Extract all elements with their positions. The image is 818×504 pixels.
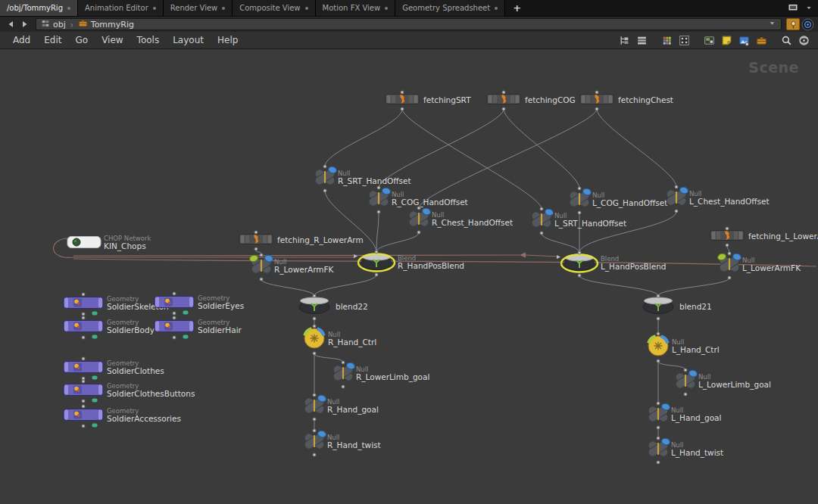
output-connector-dot[interactable] xyxy=(260,278,264,282)
output-connector-dot[interactable] xyxy=(323,189,327,193)
display-flag[interactable] xyxy=(92,312,98,316)
input-connector-dot[interactable] xyxy=(578,187,582,191)
input-connector-dot[interactable] xyxy=(260,254,264,257)
tab-close-icon[interactable] xyxy=(385,7,388,10)
search-icon[interactable] xyxy=(780,34,793,47)
output-connector-dot[interactable] xyxy=(657,317,660,321)
display-flag[interactable] xyxy=(183,311,189,315)
display-flag[interactable] xyxy=(92,399,98,403)
input-connector-dot[interactable] xyxy=(657,437,660,440)
overview-eye-icon[interactable] xyxy=(798,34,810,47)
input-connector-dot[interactable] xyxy=(375,250,379,254)
pin-panel-button[interactable] xyxy=(786,18,800,30)
display-flag[interactable] xyxy=(183,335,189,339)
output-connector-dot[interactable] xyxy=(657,426,660,430)
output-connector-dot[interactable] xyxy=(657,359,660,363)
output-connector-dot[interactable] xyxy=(401,107,404,111)
output-connector-dot[interactable] xyxy=(578,211,582,215)
output-connector-dot[interactable] xyxy=(173,312,176,316)
display-flag[interactable] xyxy=(92,424,98,428)
input-connector-dot[interactable] xyxy=(313,429,317,433)
output-connector-dot[interactable] xyxy=(82,336,86,340)
sticky-note-icon[interactable] xyxy=(720,34,733,47)
background-image-icon[interactable] xyxy=(738,34,751,47)
network-path-field[interactable]: obj › TommyRig xyxy=(36,18,782,30)
radial-menu-button[interactable] xyxy=(801,18,814,31)
input-connector-dot[interactable] xyxy=(401,91,404,95)
output-connector-dot[interactable] xyxy=(375,273,379,277)
snapshot-icon[interactable] xyxy=(703,34,716,47)
forward-button[interactable] xyxy=(18,19,31,30)
output-connector-dot[interactable] xyxy=(313,352,317,356)
input-connector-dot[interactable] xyxy=(728,252,732,256)
output-connector-dot[interactable] xyxy=(728,276,732,280)
tab-composite-view[interactable]: Composite View xyxy=(233,0,315,16)
tab-close-icon[interactable] xyxy=(495,7,498,10)
menu-go[interactable]: Go xyxy=(68,35,95,45)
input-connector-dot[interactable] xyxy=(684,369,688,372)
input-connector-dot[interactable] xyxy=(323,165,327,169)
output-connector-dot[interactable] xyxy=(657,461,660,465)
output-connector-dot[interactable] xyxy=(313,418,317,422)
input-connector-dot[interactable] xyxy=(502,91,506,95)
display-flag[interactable] xyxy=(92,376,98,380)
input-connector-dot[interactable] xyxy=(313,325,317,328)
input-connector-dot[interactable] xyxy=(726,227,729,231)
tab-render-view[interactable]: Render View xyxy=(164,0,233,16)
tab-motion-fx-view[interactable]: Motion FX View xyxy=(316,0,396,16)
input-connector-dot[interactable] xyxy=(595,91,599,95)
input-connector-dot[interactable] xyxy=(657,402,660,406)
input-connector-dot[interactable] xyxy=(82,293,86,297)
output-connector-dot[interactable] xyxy=(675,210,679,213)
back-button[interactable] xyxy=(4,19,17,30)
thumbnail-grid-icon[interactable] xyxy=(678,34,691,47)
output-connector-dot[interactable] xyxy=(82,425,86,428)
tab-close-icon[interactable] xyxy=(153,7,156,10)
input-connector-dot[interactable] xyxy=(675,185,679,189)
menu-tools[interactable]: Tools xyxy=(130,35,167,45)
tab-obj-tommyrig[interactable]: /obj/TommyRig xyxy=(0,0,78,16)
input-connector-dot[interactable] xyxy=(657,294,660,298)
menu-layout[interactable]: Layout xyxy=(166,35,211,45)
network-box-icon[interactable] xyxy=(755,34,768,47)
input-connector-dot[interactable] xyxy=(578,251,582,255)
menu-view[interactable]: View xyxy=(95,35,130,45)
path-dropdown-icon[interactable] xyxy=(768,19,776,30)
output-connector-dot[interactable] xyxy=(502,107,506,111)
output-connector-dot[interactable] xyxy=(578,274,582,278)
breadcrumb-current[interactable]: TommyRig xyxy=(78,18,134,30)
menu-edit[interactable]: Edit xyxy=(37,35,68,45)
output-connector-dot[interactable] xyxy=(82,400,86,403)
color-palette-grid-icon[interactable] xyxy=(660,34,673,47)
output-connector-dot[interactable] xyxy=(417,231,421,235)
output-connector-dot[interactable] xyxy=(254,247,258,251)
output-connector-dot[interactable] xyxy=(377,210,381,214)
output-connector-dot[interactable] xyxy=(342,385,345,389)
input-connector-dot[interactable] xyxy=(82,357,86,361)
tab-close-icon[interactable] xyxy=(67,7,70,10)
pane-layout-icon[interactable] xyxy=(788,2,798,14)
input-connector-dot[interactable] xyxy=(417,207,421,210)
output-connector-dot[interactable] xyxy=(313,453,317,457)
output-connector-dot[interactable] xyxy=(173,336,176,340)
input-connector-dot[interactable] xyxy=(313,394,317,397)
output-connector-dot[interactable] xyxy=(540,232,544,235)
input-connector-dot[interactable] xyxy=(377,186,381,190)
output-connector-dot[interactable] xyxy=(726,244,729,247)
breadcrumb-root[interactable]: obj xyxy=(41,19,66,30)
input-connector-dot[interactable] xyxy=(540,207,544,211)
tab-close-icon[interactable] xyxy=(222,7,225,10)
input-connector-dot[interactable] xyxy=(173,292,176,296)
network-editor-canvas[interactable]: fetchingSRT fetchingCOG fetchingChest Nu… xyxy=(0,49,818,504)
tab-geometry-spreadsheet[interactable]: Geometry Spreadsheet xyxy=(395,0,505,16)
tab-close-icon[interactable] xyxy=(305,7,308,10)
input-connector-dot[interactable] xyxy=(313,294,317,298)
input-connector-dot[interactable] xyxy=(173,316,176,320)
output-connector-dot[interactable] xyxy=(313,317,317,321)
menu-help[interactable]: Help xyxy=(211,35,245,45)
menu-add[interactable]: Add xyxy=(6,35,37,45)
pane-menu-arrow-icon[interactable] xyxy=(805,4,813,13)
input-connector-dot[interactable] xyxy=(82,405,86,409)
list-view-icon[interactable] xyxy=(635,34,648,47)
input-connector-dot[interactable] xyxy=(82,380,86,384)
